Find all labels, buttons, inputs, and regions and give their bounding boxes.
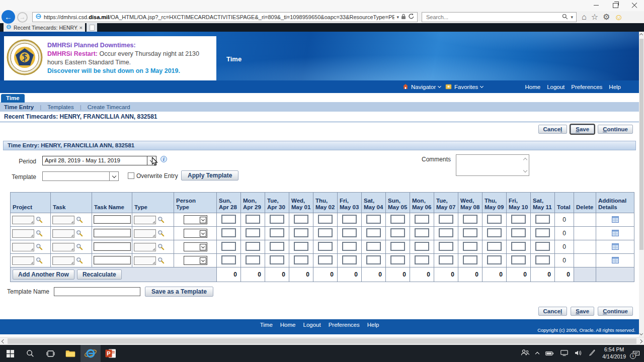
hours-input[interactable]: [511, 255, 526, 264]
apply-template-button[interactable]: Apply Template: [181, 170, 238, 180]
project-field[interactable]: [12, 256, 34, 265]
hours-input[interactable]: [439, 242, 453, 251]
refresh-icon[interactable]: [408, 13, 415, 22]
hours-input[interactable]: [221, 242, 236, 251]
info-icon[interactable]: i: [160, 156, 167, 162]
hours-input[interactable]: [463, 215, 477, 224]
task-lov-search-icon[interactable]: [76, 257, 83, 264]
tab-close-icon[interactable]: ×: [79, 25, 83, 31]
hours-input[interactable]: [415, 215, 429, 224]
type-lov-search-icon[interactable]: [157, 216, 165, 223]
vertical-scrollbar[interactable]: [639, 32, 644, 337]
hours-input[interactable]: [390, 242, 405, 251]
footer-link-preferences[interactable]: Preferences: [329, 322, 360, 328]
window-minimize-button[interactable]: [587, 0, 606, 11]
hours-input[interactable]: [221, 228, 236, 237]
powerpoint-button[interactable]: P: [101, 345, 121, 362]
header-link-preferences[interactable]: Preferences: [571, 84, 602, 90]
window-close-button[interactable]: [625, 0, 644, 11]
hours-input[interactable]: [535, 228, 550, 237]
search-input[interactable]: [425, 14, 559, 21]
type-field[interactable]: [134, 229, 156, 238]
comments-scroll-up-icon[interactable]: [523, 158, 527, 162]
save-button[interactable]: Save: [571, 125, 594, 134]
project-lov-search-icon[interactable]: [36, 257, 43, 264]
hours-input[interactable]: [366, 215, 381, 224]
template-select-arrow-icon[interactable]: [109, 172, 118, 180]
browser-tab[interactable]: Recent Timecards: HENRY, ... ×: [4, 23, 85, 32]
additional-details-icon[interactable]: [612, 243, 619, 250]
hours-input[interactable]: [294, 242, 308, 251]
type-field[interactable]: [134, 243, 156, 251]
additional-details-icon[interactable]: [612, 257, 619, 263]
task-field[interactable]: [52, 243, 74, 251]
hours-input[interactable]: [439, 228, 453, 237]
hours-input[interactable]: [415, 255, 429, 264]
hours-input[interactable]: [246, 255, 260, 264]
type-lov-search-icon[interactable]: [157, 257, 165, 264]
window-restore-button[interactable]: [606, 0, 625, 11]
task-name-field[interactable]: [94, 242, 131, 251]
footer-link-home[interactable]: Home: [280, 322, 296, 328]
hours-input[interactable]: [221, 255, 236, 264]
template-name-input[interactable]: [54, 287, 140, 296]
file-explorer-button[interactable]: [60, 345, 80, 362]
person-type-select[interactable]: [184, 215, 207, 224]
task-field[interactable]: [52, 256, 74, 265]
footer-link-time[interactable]: Time: [260, 322, 273, 328]
task-name-field[interactable]: [94, 215, 131, 224]
hours-input[interactable]: [294, 215, 308, 224]
hours-input[interactable]: [270, 255, 284, 264]
hours-input[interactable]: [366, 255, 381, 264]
additional-details-icon[interactable]: [612, 230, 619, 236]
people-icon[interactable]: [521, 349, 529, 358]
task-lov-search-icon[interactable]: [76, 230, 83, 237]
project-field[interactable]: [12, 229, 34, 238]
project-lov-search-icon[interactable]: [36, 216, 43, 223]
taskbar-clock[interactable]: 6:54 PM 4/14/2019: [602, 346, 626, 360]
hours-input[interactable]: [221, 215, 236, 224]
favorites-menu[interactable]: Favorites: [445, 80, 483, 93]
continue-button[interactable]: Continue: [598, 125, 633, 134]
person-type-select[interactable]: [184, 256, 207, 265]
hours-input[interactable]: [487, 255, 502, 264]
hours-input[interactable]: [270, 242, 284, 251]
type-field[interactable]: [134, 256, 156, 265]
hours-input[interactable]: [535, 255, 550, 264]
action-center-button[interactable]: 1: [632, 350, 640, 357]
scroll-up-icon[interactable]: [639, 33, 643, 37]
hours-input[interactable]: [342, 228, 357, 237]
task-name-field[interactable]: [94, 256, 131, 264]
network-icon[interactable]: [560, 349, 568, 358]
person-type-select[interactable]: [184, 242, 207, 251]
hours-input[interactable]: [511, 228, 526, 237]
hours-input[interactable]: [342, 255, 357, 264]
cancel-button[interactable]: Cancel: [538, 125, 568, 134]
horizontal-scroll-thumb[interactable]: [8, 338, 636, 344]
period-select[interactable]: April 28, 2019 - May 11, 2019: [42, 156, 156, 165]
hours-input[interactable]: [463, 228, 477, 237]
hours-input[interactable]: [487, 242, 502, 251]
search-icon[interactable]: [562, 13, 568, 22]
task-lov-search-icon[interactable]: [76, 216, 83, 223]
header-link-home[interactable]: Home: [525, 84, 540, 90]
scroll-left-icon[interactable]: [2, 339, 6, 343]
save-as-template-button[interactable]: Save as a Template: [145, 287, 213, 297]
hours-input[interactable]: [511, 242, 526, 251]
tab-time[interactable]: Time: [1, 94, 25, 103]
hours-input[interactable]: [270, 215, 284, 224]
footer-link-logout[interactable]: Logout: [303, 322, 320, 328]
project-lov-search-icon[interactable]: [36, 243, 43, 250]
hours-input[interactable]: [294, 228, 308, 237]
home-icon[interactable]: ⌂: [582, 13, 587, 21]
url-field[interactable]: https://dmhrsi.csd.disa.mil/OA_HTML/OA.j…: [32, 12, 418, 22]
hours-input[interactable]: [318, 215, 333, 224]
project-field[interactable]: [12, 243, 34, 251]
hours-input[interactable]: [415, 228, 429, 237]
hours-input[interactable]: [463, 255, 477, 264]
subnav-time-entry[interactable]: Time Entry: [4, 104, 34, 110]
comments-scroll-down-icon[interactable]: [523, 168, 527, 172]
save-button-bottom[interactable]: Save: [571, 307, 594, 316]
task-view-button[interactable]: [40, 345, 60, 362]
volume-icon[interactable]: [575, 349, 582, 358]
